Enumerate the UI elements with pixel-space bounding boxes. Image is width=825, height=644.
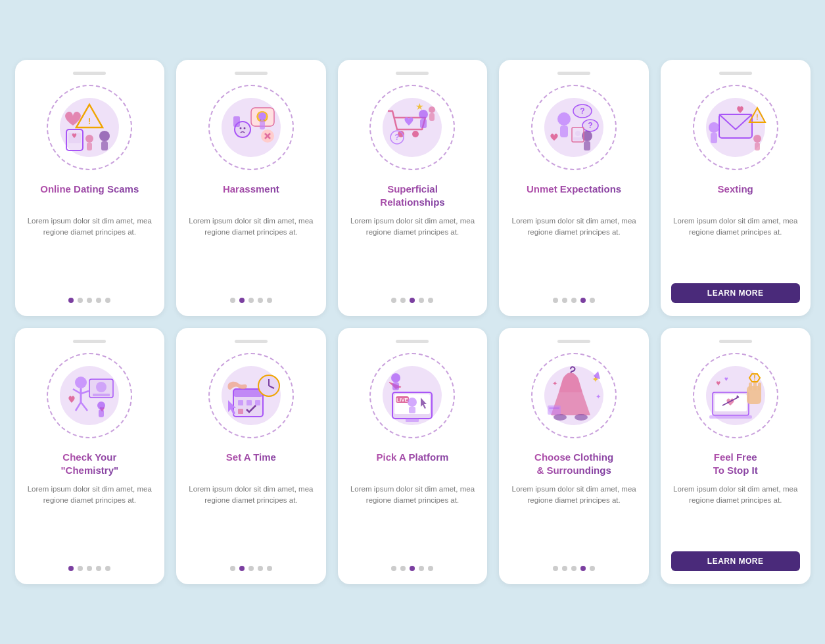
illustration-icon: ✦ ✦ ✦ [538,359,610,432]
dot-1 [68,298,74,303]
svg-point-2 [99,131,110,141]
svg-rect-55 [93,394,110,396]
dot-5 [267,298,272,303]
illustration-icon: ? ★ [376,91,448,164]
card-title: Sexting [718,183,753,209]
dot-1 [230,298,235,303]
svg-rect-62 [247,400,252,405]
card-notch [396,340,429,343]
svg-point-74 [408,398,417,407]
card-notch [719,72,752,75]
svg-point-11 [243,127,245,129]
svg-text:✦: ✦ [552,380,557,387]
card-notch [396,72,429,75]
learn-more-button-stop[interactable]: LEARN MORE [671,551,800,571]
svg-rect-91 [709,415,752,419]
card-harassment: 😠 Harassment Lorem ipsum dolor sit dim a… [176,60,326,316]
svg-point-45 [753,135,761,143]
svg-line-51 [76,402,81,411]
dot-5 [428,298,433,303]
dot-5 [428,566,433,571]
pagination-dots [68,566,110,571]
svg-rect-84 [549,407,559,409]
svg-point-54 [96,382,106,392]
dot-5 [267,566,272,571]
svg-rect-97 [758,382,761,390]
svg-rect-83 [548,405,561,415]
svg-text:!: ! [753,375,755,382]
svg-text:★: ★ [415,101,424,112]
dot-3 [410,566,415,571]
card-unmet-expectations: ? ? Unmet Expectations Lorem ipsum dolor… [499,60,649,316]
dot-1 [391,298,396,303]
card-body: Lorem ipsum dolor sit dim amet, mea regi… [26,216,154,288]
card-notch [235,72,268,75]
illustration-icon: ? ? [538,91,610,164]
card-body: Lorem ipsum dolor sit dim amet, mea regi… [26,484,154,557]
illustration-superficial-relationships: ? ★ [366,81,458,173]
card-body: Lorem ipsum dolor sit dim amet, mea regi… [348,216,477,288]
svg-point-81 [554,414,567,421]
dot-5 [590,298,595,303]
svg-point-57 [97,402,105,409]
card-check-chemistry: ♥ Check Your"Chemistry" Lorem ipsum dolo… [15,328,165,584]
dot-4 [258,566,263,571]
dot-4 [419,566,424,571]
svg-rect-36 [584,141,590,150]
dot-2 [78,566,83,571]
svg-point-10 [239,127,241,129]
svg-point-21 [412,131,419,137]
svg-rect-64 [238,409,243,414]
illustration-online-dating-scams: ! [43,81,135,173]
card-body: Lorem ipsum dolor sit dim amet, mea regi… [509,484,638,557]
card-body: Lorem ipsum dolor sit dim amet, mea regi… [509,216,638,288]
card-title: Set A Time [226,451,276,477]
illustration-icon [215,359,287,432]
svg-rect-25 [429,113,435,121]
svg-text:?: ? [395,133,400,142]
illustration-icon: 😠 [215,91,287,164]
card-notch [557,72,590,75]
dot-1 [68,566,74,571]
card-superficial-relationships: ? ★ SuperficialRelationships Lorem ipsum… [338,60,488,316]
svg-rect-18 [260,120,265,129]
svg-line-50 [81,391,89,394]
card-title: Unmet Expectations [527,183,621,209]
svg-text:?: ? [580,106,584,116]
svg-rect-61 [238,400,243,405]
card-set-a-time: Set A Time Lorem ipsum dolor sit dim ame… [176,328,326,584]
svg-rect-5 [87,143,92,150]
dot-3 [87,566,92,571]
illustration-feel-free-stop: ! ♥ ♥ [690,350,782,442]
card-choose-clothing: ✦ ✦ ✦ Choose Clothing& Surroundings Lore… [499,328,649,584]
pagination-dots [391,298,433,303]
pagination-dots [553,566,595,571]
pagination-dots [553,298,595,303]
illustration-icon: LIVE [376,359,448,432]
svg-point-4 [85,135,93,143]
dot-2 [239,566,245,571]
illustration-choose-clothing: ✦ ✦ ✦ [528,350,620,442]
svg-rect-71 [406,419,419,422]
svg-rect-23 [420,119,427,128]
dot-1 [553,566,558,571]
learn-more-button-sexting[interactable]: LEARN MORE [671,283,800,303]
svg-rect-63 [255,400,260,405]
svg-text:!: ! [88,117,91,126]
svg-point-24 [429,106,435,113]
svg-rect-75 [409,407,415,413]
card-notch [73,340,106,343]
card-title: Online Dating Scams [40,183,139,209]
svg-point-82 [575,414,588,421]
illustration-check-chemistry: ♥ [43,350,135,442]
dot-2 [562,298,567,303]
svg-point-79 [391,373,400,382]
illustration-pick-a-platform: LIVE [366,350,458,442]
card-body: Lorem ipsum dolor sit dim amet, mea regi… [187,484,316,557]
card-title: Pick A Platform [377,451,449,477]
illustration-icon: ! [53,91,126,164]
dot-3 [248,298,254,303]
card-sexting: ! Sexting Lorem ipsum dolor sit dim amet… [661,60,811,316]
dot-3 [571,298,577,303]
svg-rect-39 [573,137,582,141]
